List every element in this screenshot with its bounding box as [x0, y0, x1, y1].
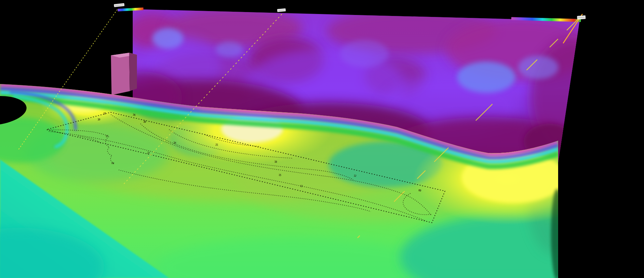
wall-blue-blob — [518, 56, 558, 79]
render-window[interactable]: 3330363027242724211815121209 — [0, 0, 644, 278]
wall-blue-blob — [216, 42, 243, 57]
obstacle-side-face — [129, 53, 137, 91]
obstacle-front-face — [111, 53, 130, 95]
mini-colorbar-right — [511, 19, 581, 21]
wall-blue-blob — [457, 62, 516, 93]
viewport-3d[interactable]: 3330363027242724211815121209 — [0, 0, 644, 278]
wall-blue-blob — [340, 40, 389, 67]
wall-blue-blob — [152, 28, 183, 49]
obstacle-box[interactable] — [111, 53, 137, 95]
mini-colorbar-left — [118, 9, 143, 10]
